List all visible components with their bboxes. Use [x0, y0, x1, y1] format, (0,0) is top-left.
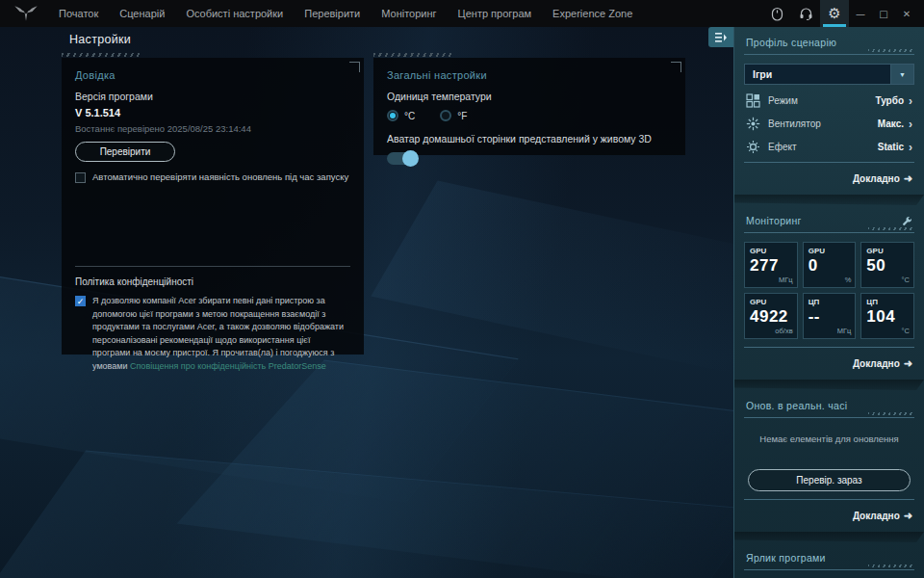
tile-label: GPU: [866, 247, 909, 255]
tile-value: 4922: [750, 307, 792, 327]
fahrenheit-option[interactable]: °F: [440, 110, 467, 121]
settings-gear-icon[interactable]: ⚙: [820, 0, 849, 27]
celsius-radio[interactable]: [387, 110, 398, 121]
tile-value: --: [808, 307, 851, 327]
section-gap-decor: [734, 380, 924, 390]
panel-corner-decor: [349, 62, 360, 72]
privacy-consent-checkbox[interactable]: ✓: [75, 296, 86, 306]
tile-unit: °C: [902, 276, 910, 284]
shortcuts-section: Ярлик програми K Докладно➜: [744, 542, 914, 578]
gear-glyph: ⚙: [828, 7, 840, 21]
profile-more-link[interactable]: Докладно: [853, 173, 900, 184]
tile-value: 0: [808, 256, 851, 276]
panel-collapse-icon: [714, 32, 728, 43]
wrench-icon[interactable]: [902, 216, 912, 226]
nav-monitoring[interactable]: Моніторинг: [371, 0, 447, 27]
updates-section: Онов. в реальн. часі Немає елементів для…: [744, 390, 914, 525]
monitoring-more-row: Докладно➜: [744, 347, 914, 373]
mode-row[interactable]: Режим Турбо ›: [744, 93, 914, 108]
privacy-text-body: Я дозволяю компанії Acer збирати певні д…: [92, 296, 344, 371]
mode-value: Турбо: [875, 95, 904, 106]
monitoring-title: Моніторинг: [746, 215, 802, 226]
panel-hatch-decor: [373, 53, 454, 57]
avatar-3d-toggle[interactable]: [387, 152, 418, 165]
check-update-button[interactable]: Перевірити: [75, 142, 175, 162]
fahrenheit-label: °F: [457, 111, 467, 121]
sidebar-collapse-button[interactable]: [708, 27, 733, 47]
nav-scenario[interactable]: Сценарій: [109, 0, 175, 27]
cpu-freq-tile: ЦП -- МГц: [803, 293, 857, 339]
gpu-freq-tile: GPU 277 МГц: [744, 242, 798, 288]
chevron-right-icon: ›: [909, 95, 912, 107]
nav-check[interactable]: Перевірити: [294, 0, 371, 27]
titlebar-right: ⚙ — □ ✕: [762, 0, 924, 27]
tile-value: 50: [866, 256, 909, 276]
general-settings-panel: Загальні настройки Одиниця температури °…: [373, 58, 685, 155]
privacy-notice-link[interactable]: Сповіщення про конфіденційність Predator…: [130, 361, 326, 371]
mouse-icon[interactable]: [762, 0, 791, 27]
tile-label: GPU: [750, 298, 792, 306]
fahrenheit-radio[interactable]: [440, 110, 451, 121]
scenario-profile-title: Профіль сценарію: [746, 37, 836, 48]
nav-personalization[interactable]: Особисті настройки: [175, 0, 294, 27]
scenario-profile-section: Профіль сценарію Ігри ▼ Режим Турбо › Ве…: [744, 27, 914, 188]
maximize-button[interactable]: □: [872, 0, 895, 27]
effect-row[interactable]: Ефект Static ›: [744, 140, 914, 154]
tile-label: ЦП: [866, 298, 909, 306]
auto-check-checkbox[interactable]: [75, 172, 86, 183]
panel-corner-decor: [671, 62, 681, 72]
general-panel-title: Загальні настройки: [387, 69, 672, 81]
monitoring-header: Моніторинг: [744, 213, 914, 233]
fan-value: Макс.: [878, 118, 904, 129]
updates-more-link[interactable]: Докладно: [853, 511, 900, 521]
monitoring-section: Моніторинг GPU 277 МГц GPU 0 % GPU 50 °C…: [744, 205, 914, 373]
panel-hatch-decor: [62, 53, 142, 57]
tile-value: 104: [866, 307, 909, 327]
headset-icon[interactable]: [791, 0, 820, 27]
tile-unit: %: [845, 276, 852, 284]
profile-dropdown[interactable]: Ігри ▼: [744, 64, 914, 85]
gpu-usage-tile: GPU 0 %: [803, 242, 857, 288]
check-now-button[interactable]: Перевір. зараз: [748, 469, 911, 491]
last-checked-text: Востаннє перевірено 2025/08/25 23:14:44: [75, 123, 350, 134]
chevron-right-icon: ›: [909, 118, 912, 130]
version-value: V 5.1.514: [75, 107, 350, 118]
mode-grid-icon: [746, 93, 760, 108]
tile-unit: °C: [902, 327, 910, 335]
tile-unit: об/хв: [775, 327, 792, 335]
tile-label: ЦП: [808, 298, 851, 306]
help-panel: Довідка Версія програми V 5.1.514 Востан…: [62, 58, 364, 256]
lighting-effect-icon: [746, 140, 760, 154]
shortcuts-title: Ярлик програми: [746, 552, 826, 564]
nav-app-center[interactable]: Центр програм: [448, 0, 543, 27]
cpu-temp-tile: ЦП 104 °C: [860, 293, 914, 339]
nav-experience-zone[interactable]: Experience Zone: [542, 0, 643, 27]
minimize-button[interactable]: —: [849, 0, 872, 27]
mode-label: Режим: [768, 95, 798, 106]
close-button[interactable]: ✕: [895, 0, 918, 27]
profile-more-row: Докладно➜: [744, 162, 914, 188]
celsius-option[interactable]: °C: [387, 110, 415, 121]
page-title: Настройки: [69, 33, 131, 46]
version-label: Версія програми: [75, 91, 350, 102]
nav-home[interactable]: Початок: [48, 0, 109, 27]
effect-value: Static: [878, 142, 904, 152]
profile-dropdown-value: Ігри: [753, 68, 772, 80]
shortcuts-header: Ярлик програми: [744, 550, 914, 570]
fan-label: Вентилятор: [768, 118, 821, 129]
main-nav: Початок Сценарій Особисті настройки Пере…: [48, 0, 643, 27]
chevron-down-icon: ▼: [890, 65, 913, 84]
fan-row[interactable]: Вентилятор Макс. ›: [744, 117, 914, 131]
scenario-profile-header: Профіль сценарію: [744, 35, 914, 55]
section-gap-decor: [734, 532, 924, 542]
celsius-label: °C: [404, 111, 415, 121]
tile-unit: МГц: [837, 327, 852, 335]
monitoring-more-link[interactable]: Докладно: [853, 358, 900, 369]
privacy-text: Я дозволяю компанії Acer збирати певні д…: [92, 295, 350, 373]
help-panel-title: Довідка: [75, 69, 350, 81]
section-gap-decor: [734, 195, 924, 205]
auto-check-row: Автоматично перевіряти наявність оновлен…: [75, 171, 350, 184]
tile-unit: МГц: [779, 276, 793, 284]
titlebar: Початок Сценарій Особисті настройки Пере…: [0, 0, 924, 27]
tile-label: GPU: [808, 247, 851, 255]
